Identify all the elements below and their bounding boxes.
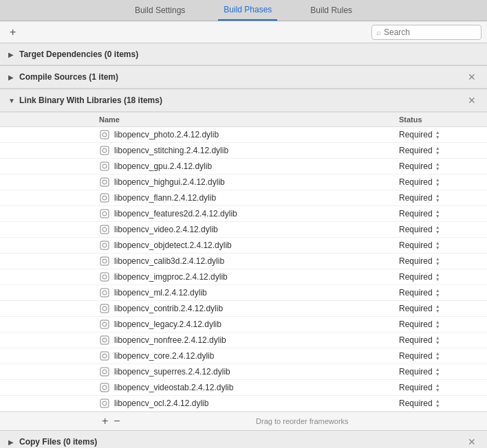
stepper-down[interactable]: ▼ — [435, 135, 440, 139]
status-stepper[interactable]: ▲ ▼ — [435, 383, 440, 392]
lib-status: Required ▲ ▼ — [399, 209, 481, 219]
table-row[interactable]: libopencv_videostab.2.4.12.dylib Require… — [0, 380, 487, 396]
status-stepper[interactable]: ▲ ▼ — [435, 240, 440, 250]
stepper-up[interactable]: ▲ — [435, 130, 440, 135]
stepper-up[interactable]: ▲ — [435, 272, 440, 277]
status-stepper[interactable]: ▲ ▼ — [435, 351, 440, 361]
stepper-up[interactable]: ▲ — [435, 146, 440, 150]
stepper-up[interactable]: ▲ — [435, 240, 440, 245]
section-header-compile-sources[interactable]: Compile Sources (1 item) ✕ — [0, 66, 487, 89]
stepper-up[interactable]: ▲ — [435, 256, 440, 261]
stepper-up[interactable]: ▲ — [435, 304, 440, 309]
table-row[interactable]: libopencv_imgproc.2.4.12.dylib Required … — [0, 269, 487, 285]
stepper-up[interactable]: ▲ — [435, 225, 440, 229]
triangle-copy-files — [8, 438, 15, 445]
table-row[interactable]: libopencv_video.2.4.12.dylib Required ▲ … — [0, 222, 487, 238]
stepper-up[interactable]: ▲ — [435, 320, 440, 324]
table-row[interactable]: libopencv_contrib.2.4.12.dylib Required … — [0, 301, 487, 317]
status-stepper[interactable]: ▲ ▼ — [435, 130, 440, 139]
stepper-up[interactable]: ▲ — [435, 367, 440, 372]
stepper-up[interactable]: ▲ — [435, 351, 440, 356]
stepper-down[interactable]: ▼ — [435, 245, 440, 250]
lib-icon — [99, 161, 110, 172]
stepper-down[interactable]: ▼ — [435, 214, 440, 219]
stepper-up[interactable]: ▲ — [435, 193, 440, 198]
table-row[interactable]: libopencv_superres.2.4.12.dylib Required… — [0, 364, 487, 380]
table-row[interactable]: libopencv_core.2.4.12.dylib Required ▲ ▼ — [0, 348, 487, 364]
svg-rect-8 — [100, 194, 109, 202]
status-stepper[interactable]: ▲ ▼ — [435, 161, 440, 171]
table-row[interactable]: libopencv_gpu.2.4.12.dylib Required ▲ ▼ — [0, 159, 487, 175]
table-row[interactable]: libopencv_legacy.2.4.12.dylib Required ▲… — [0, 317, 487, 333]
search-input[interactable] — [384, 27, 477, 37]
stepper-down[interactable]: ▼ — [435, 166, 440, 171]
table-row[interactable]: libopencv_ocl.2.4.12.dylib Required ▲ ▼ — [0, 396, 487, 412]
add-phase-button[interactable]: + — [6, 25, 20, 40]
stepper-down[interactable]: ▼ — [435, 261, 440, 266]
table-row[interactable]: libopencv_objdetect.2.4.12.dylib Require… — [0, 238, 487, 254]
svg-rect-24 — [100, 320, 109, 328]
status-stepper[interactable]: ▲ ▼ — [435, 146, 440, 155]
stepper-up[interactable]: ▲ — [435, 161, 440, 166]
table-row[interactable]: libopencv_calib3d.2.4.12.dylib Required … — [0, 254, 487, 269]
stepper-up[interactable]: ▲ — [435, 209, 440, 214]
status-stepper[interactable]: ▲ ▼ — [435, 304, 440, 313]
lib-icon — [99, 192, 110, 203]
section-header-target-dependencies[interactable]: Target Dependencies (0 items) — [0, 43, 487, 65]
stepper-down[interactable]: ▼ — [435, 309, 440, 313]
stepper-down[interactable]: ▼ — [435, 388, 440, 392]
status-stepper[interactable]: ▲ ▼ — [435, 209, 440, 219]
toolbar: + ⌕ — [0, 21, 487, 43]
table-row[interactable]: libopencv_highgui.2.4.12.dylib Required … — [0, 175, 487, 190]
stepper-up[interactable]: ▲ — [435, 383, 440, 388]
stepper-down[interactable]: ▼ — [435, 293, 440, 298]
close-link-binary-button[interactable]: ✕ — [465, 95, 479, 106]
table-row[interactable]: libopencv_ml.2.4.12.dylib Required ▲ ▼ — [0, 285, 487, 301]
close-copy-files-button[interactable]: ✕ — [465, 436, 479, 447]
stepper-up[interactable]: ▲ — [435, 288, 440, 293]
status-stepper[interactable]: ▲ ▼ — [435, 367, 440, 377]
add-library-button[interactable]: + — [99, 415, 111, 427]
status-stepper[interactable]: ▲ ▼ — [435, 288, 440, 298]
stepper-down[interactable]: ▼ — [435, 340, 440, 345]
stepper-up[interactable]: ▲ — [435, 399, 440, 403]
stepper-down[interactable]: ▼ — [435, 277, 440, 282]
stepper-down[interactable]: ▼ — [435, 403, 440, 408]
status-stepper[interactable]: ▲ ▼ — [435, 256, 440, 266]
lib-status: Required ▲ ▼ — [399, 240, 481, 250]
status-stepper[interactable]: ▲ ▼ — [435, 320, 440, 329]
section-header-link-binary[interactable]: Link Binary With Libraries (18 items) ✕ — [0, 89, 487, 112]
remove-library-button[interactable]: − — [111, 415, 122, 427]
table-row[interactable]: libopencv_features2d.2.4.12.dylib Requir… — [0, 206, 487, 222]
svg-rect-6 — [100, 178, 109, 186]
status-stepper[interactable]: ▲ ▼ — [435, 177, 440, 187]
lib-icon — [99, 240, 110, 251]
status-stepper[interactable]: ▲ ▼ — [435, 272, 440, 282]
stepper-down[interactable]: ▼ — [435, 356, 440, 361]
status-stepper[interactable]: ▲ ▼ — [435, 225, 440, 234]
stepper-down[interactable]: ▼ — [435, 229, 440, 234]
tab-build-rules[interactable]: Build Rules — [305, 0, 358, 21]
status-stepper[interactable]: ▲ ▼ — [435, 193, 440, 203]
table-row[interactable]: libopencv_photo.2.4.12.dylib Required ▲ … — [0, 127, 487, 143]
stepper-up[interactable]: ▲ — [435, 335, 440, 340]
status-stepper[interactable]: ▲ ▼ — [435, 335, 440, 345]
stepper-down[interactable]: ▼ — [435, 150, 440, 155]
section-header-copy-files[interactable]: Copy Files (0 items) ✕ — [0, 431, 487, 448]
table-row[interactable]: libopencv_flann.2.4.12.dylib Required ▲ … — [0, 190, 487, 206]
table-row[interactable]: libopencv_nonfree.2.4.12.dylib Required … — [0, 333, 487, 348]
svg-rect-0 — [100, 131, 109, 139]
section-title-target-dependencies: Target Dependencies (0 items) — [19, 49, 479, 59]
table-row[interactable]: libopencv_stitching.2.4.12.dylib Require… — [0, 143, 487, 159]
tab-build-phases[interactable]: Build Phases — [218, 0, 277, 21]
stepper-up[interactable]: ▲ — [435, 177, 440, 182]
stepper-down[interactable]: ▼ — [435, 198, 440, 203]
tab-build-settings[interactable]: Build Settings — [129, 0, 191, 21]
status-stepper[interactable]: ▲ ▼ — [435, 399, 440, 408]
stepper-down[interactable]: ▼ — [435, 182, 440, 187]
stepper-down[interactable]: ▼ — [435, 324, 440, 329]
main-content: Target Dependencies (0 items) Compile So… — [0, 43, 487, 448]
stepper-down[interactable]: ▼ — [435, 372, 440, 377]
lib-icon — [99, 287, 110, 298]
close-compile-sources-button[interactable]: ✕ — [465, 71, 479, 82]
